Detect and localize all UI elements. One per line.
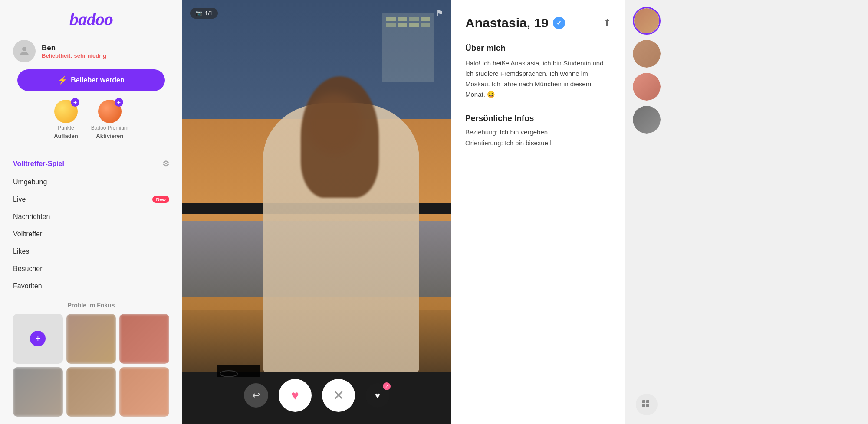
nav-label-volltreffer2: Volltreffer (13, 230, 42, 238)
profile-thumb-3[interactable] (13, 367, 63, 417)
svg-rect-4 (646, 404, 649, 407)
profiles-grid: + (13, 314, 169, 417)
verified-badge: ✓ (553, 17, 565, 29)
user-avatar[interactable] (13, 40, 36, 62)
coin-item-gold[interactable]: + Punkte Aufladen (54, 100, 78, 139)
photo-background (182, 0, 451, 424)
pass-icon: ✕ (333, 387, 345, 404)
pass-button[interactable]: ✕ (322, 379, 355, 412)
beziehung-label: Beziehung: (465, 128, 498, 136)
camera-icon: 📷 (195, 10, 202, 16)
beziehung-value: Ich bin vergeben (500, 128, 548, 136)
logo: badoo (69, 9, 113, 29)
main-photo-area: 📷 1/1 ⚑ ↩ ♥ ✕ ♥ ✓ (182, 0, 451, 424)
nav-label-live: Live (13, 196, 26, 203)
coin-item-premium[interactable]: + Badoo Premium Aktivieren (91, 100, 128, 139)
user-info: Ben Beliebtheit: sehr niedrig (42, 44, 106, 59)
user-section: Ben Beliebtheit: sehr niedrig (0, 40, 182, 62)
rewind-button[interactable]: ↩ (244, 383, 268, 408)
svg-rect-2 (646, 400, 649, 403)
profile-panel: Anastasia, 19 ✓ ⬆ Über mich Halo! Ich he… (451, 0, 625, 424)
sidebar-item-umgebung[interactable]: Umgebung (13, 173, 169, 191)
nav-label-umgebung: Umgebung (13, 178, 47, 186)
sidebar: badoo Ben Beliebtheit: sehr niedrig ⚡ Be… (0, 0, 182, 424)
strip-avatar-img-active (634, 8, 659, 33)
coin-icon-gold: + (54, 100, 78, 123)
strip-avatar-img-4 (633, 106, 661, 134)
photo-count-text: 1/1 (205, 10, 213, 16)
orientierung-value: Ich bin bisexuell (505, 139, 551, 147)
nav-menu: Volltreffer-Spiel ⚙ Umgebung Live New Na… (0, 154, 182, 295)
popularity: Beliebtheit: sehr niedrig (42, 52, 106, 59)
profile-thumb-4[interactable] (66, 367, 116, 417)
about-text: Halo! Ich heiße Anastasia, ich bin Stude… (465, 58, 611, 100)
rewind-icon: ↩ (252, 390, 260, 401)
profiles-title: Profile im Fokus (13, 302, 169, 309)
boost-label: Belieber werden (71, 76, 125, 84)
popularity-value: sehr niedrig (74, 52, 106, 59)
nav-label-volltreffer: Volltreffer-Spiel (13, 160, 64, 168)
profiles-section: Profile im Fokus + (0, 295, 182, 417)
username: Ben (42, 44, 106, 52)
right-strip (625, 0, 668, 424)
live-new-badge: New (152, 196, 169, 203)
coin-label-premium: Badoo Premium (91, 125, 128, 131)
hair (301, 76, 379, 198)
boost-button[interactable]: ⚡ Belieber werden (17, 69, 165, 91)
photo-counter: 📷 1/1 (190, 8, 218, 19)
strip-avatar-4[interactable] (633, 106, 661, 134)
profile-name-age: Anastasia, 19 (465, 16, 549, 30)
add-circle-icon: + (30, 331, 46, 346)
popularity-label: Beliebtheit: (42, 52, 72, 59)
personal-info-section: Persönliche Infos Beziehung: Ich bin ver… (465, 114, 611, 147)
coin-action-gold: Aufladen (54, 133, 78, 139)
super-badge: ✓ (383, 382, 391, 390)
orientierung-label: Orientierung: (465, 139, 503, 147)
super-like-icon: ♥ (375, 391, 380, 401)
about-section: Über mich Halo! Ich heiße Anastasia, ich… (465, 43, 611, 100)
nav-label-favoriten: Favoriten (13, 282, 42, 290)
svg-rect-1 (642, 400, 645, 403)
strip-avatar-2[interactable] (633, 40, 661, 68)
strip-avatar-active[interactable] (633, 7, 661, 35)
bolt-icon: ⚡ (58, 75, 67, 85)
orientierung-item: Orientierung: Ich bin bisexuell (465, 139, 611, 147)
beziehung-item: Beziehung: Ich bin vergeben (465, 128, 611, 136)
profile-thumb-add[interactable]: + (13, 314, 63, 364)
coin-plus-gold: + (71, 98, 79, 107)
profile-thumb-5[interactable] (119, 367, 169, 417)
sidebar-item-volltreffer[interactable]: Volltreffer (13, 225, 169, 243)
coins-section: + Punkte Aufladen + Badoo Premium Aktivi… (0, 100, 182, 139)
super-like-button[interactable]: ♥ ✓ (365, 383, 390, 408)
sidebar-item-besucher[interactable]: Besucher (13, 260, 169, 277)
coin-plus-premium: + (115, 98, 123, 107)
grid-icon (642, 400, 651, 409)
sidebar-item-nachrichten[interactable]: Nachrichten (13, 208, 169, 225)
sidebar-item-live[interactable]: Live New (13, 191, 169, 208)
like-button[interactable]: ♥ (279, 379, 312, 412)
profile-age: 19 (534, 16, 548, 30)
nav-left-volltreffer: Volltreffer-Spiel (13, 160, 64, 168)
nav-label-likes: Likes (13, 248, 29, 255)
strip-avatar-img-2 (633, 40, 661, 68)
svg-rect-3 (642, 404, 645, 407)
strip-avatar-3[interactable] (633, 73, 661, 101)
nav-label-nachrichten: Nachrichten (13, 213, 50, 221)
sidebar-item-volltreffer-spiel[interactable]: Volltreffer-Spiel ⚙ (13, 154, 169, 173)
photo-flag-icon[interactable]: ⚑ (436, 8, 444, 18)
profile-name-row: Anastasia, 19 ✓ ⬆ (465, 16, 611, 30)
glasses-lens-left (220, 370, 238, 377)
coin-action-premium: Aktivieren (96, 133, 123, 139)
share-icon[interactable]: ⬆ (603, 17, 611, 29)
grid-button[interactable] (636, 394, 658, 415)
profile-thumb-2[interactable] (119, 314, 169, 364)
coin-icon-premium: + (98, 100, 122, 123)
sidebar-item-favoriten[interactable]: Favoriten (13, 277, 169, 295)
profile-thumb-1[interactable] (66, 314, 116, 364)
photo-actions: ↩ ♥ ✕ ♥ ✓ (182, 379, 451, 412)
filter-icon[interactable]: ⚙ (162, 159, 169, 169)
sidebar-item-likes[interactable]: Likes (13, 243, 169, 260)
divider (13, 149, 169, 149)
about-title: Über mich (465, 43, 611, 53)
svg-point-0 (22, 47, 26, 51)
